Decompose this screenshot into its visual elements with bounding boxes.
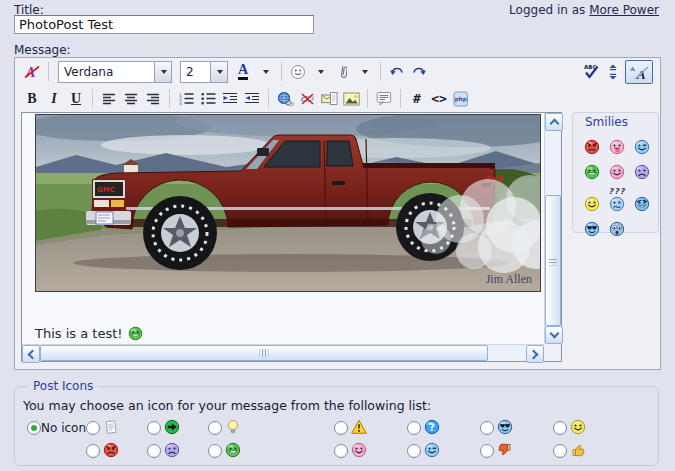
font-size-dropdown-button[interactable] xyxy=(210,62,227,82)
post-icon-radio-arrow[interactable] xyxy=(147,421,161,435)
font-name-select[interactable]: Verdana xyxy=(58,61,172,83)
post-icon-radio-biggrin[interactable] xyxy=(208,444,222,458)
scroll-right-button[interactable] xyxy=(526,345,544,363)
post-icon-radio-frown[interactable] xyxy=(147,444,161,458)
confused-marks: ??? xyxy=(609,188,626,196)
ordered-list-button[interactable]: 123 xyxy=(176,88,196,110)
indent-button[interactable] xyxy=(242,88,262,110)
undo-icon xyxy=(389,65,405,78)
post-icon-radio-question[interactable] xyxy=(407,421,421,435)
smiley-eek[interactable] xyxy=(605,212,629,237)
font-color-button[interactable]: A xyxy=(233,61,253,83)
post-icon-frown xyxy=(164,442,180,458)
no-icon-label[interactable]: No icon xyxy=(41,421,86,435)
smilies-panel: Smilies ??? xyxy=(572,112,659,233)
bold-button[interactable]: B xyxy=(22,88,42,110)
vertical-scroll-track[interactable] xyxy=(545,131,561,326)
post-icon-mad xyxy=(103,442,119,458)
align-right-button[interactable] xyxy=(143,88,163,110)
redo-button[interactable] xyxy=(409,61,429,83)
chevron-down-icon xyxy=(161,70,167,74)
post-icon-radio-warning[interactable] xyxy=(334,421,348,435)
chevron-down-icon xyxy=(362,70,368,74)
logged-in-user-link[interactable]: More Power xyxy=(589,3,659,17)
post-icon-arrow xyxy=(164,419,180,435)
spellcheck-icon: ABC xyxy=(581,63,601,80)
undo-button[interactable] xyxy=(387,61,407,83)
align-center-button[interactable] xyxy=(121,88,141,110)
smiley-dropdown-button[interactable] xyxy=(310,61,330,83)
smiley-smile[interactable] xyxy=(580,180,604,212)
post-icon-radio-smile[interactable] xyxy=(553,421,567,435)
post-icon-radio-thumbs-up[interactable] xyxy=(553,444,567,458)
unordered-list-button[interactable] xyxy=(198,88,218,110)
underline-button[interactable]: U xyxy=(66,88,86,110)
message-editor-content[interactable]: 4x4 GMC xyxy=(22,113,544,344)
post-icon-radio-mad[interactable] xyxy=(86,444,100,458)
font-size-select[interactable]: 2 xyxy=(180,61,228,83)
align-left-button[interactable] xyxy=(99,88,119,110)
smiley-biggrin[interactable] xyxy=(580,155,604,180)
smiley-confused[interactable]: ??? xyxy=(605,180,629,212)
font-size-value: 2 xyxy=(181,65,210,79)
vertical-scroll-thumb[interactable] xyxy=(545,195,561,326)
title-input[interactable] xyxy=(14,15,314,34)
post-icon-radio-blush[interactable] xyxy=(334,444,348,458)
smiley-razz[interactable] xyxy=(605,130,629,155)
svg-text:?: ? xyxy=(429,422,435,433)
post-icon-thumbs-up xyxy=(570,442,586,458)
resize-arrows-icon xyxy=(608,64,618,80)
smiley-wink[interactable] xyxy=(630,130,654,155)
attach-dropdown-button[interactable] xyxy=(354,61,374,83)
vertical-scrollbar[interactable] xyxy=(544,113,561,344)
chevron-down-icon xyxy=(217,70,223,74)
svg-text:php: php xyxy=(455,96,467,103)
blush-smiley-icon xyxy=(609,164,625,180)
font-name-dropdown-button[interactable] xyxy=(154,62,171,82)
attach-button[interactable] xyxy=(332,61,352,83)
code-button[interactable]: <> xyxy=(429,88,449,110)
post-icon-radio-wink[interactable] xyxy=(407,444,421,458)
post-icon-radio-thumbs-down[interactable] xyxy=(480,444,494,458)
insert-image-button[interactable] xyxy=(341,88,361,110)
post-icons-instruction: You may choose an icon for your message … xyxy=(23,398,431,413)
insert-link-button[interactable] xyxy=(275,88,295,110)
smiley-blush[interactable] xyxy=(605,155,629,180)
smiley-cool[interactable] xyxy=(580,212,604,237)
horizontal-scroll-track[interactable] xyxy=(40,345,526,361)
font-color-menu-button[interactable] xyxy=(255,61,275,83)
post-icon-radio-note[interactable] xyxy=(86,421,100,435)
post-icon-radio-cool[interactable] xyxy=(480,421,494,435)
smiley-twisted[interactable] xyxy=(630,180,654,212)
chevron-up-icon xyxy=(549,119,559,129)
spellcheck-button[interactable]: ABC xyxy=(581,61,601,83)
toolbar-separator xyxy=(281,62,282,81)
paperclip-icon xyxy=(337,64,347,80)
scroll-down-button[interactable] xyxy=(545,326,563,344)
smiley-menu-button[interactable] xyxy=(288,61,308,83)
scroll-up-button[interactable] xyxy=(545,113,563,131)
post-icon-radio-none[interactable] xyxy=(27,421,41,435)
bold-icon: B xyxy=(27,91,36,107)
post-icon-radio-lightbulb[interactable] xyxy=(208,421,222,435)
php-button[interactable]: php xyxy=(451,88,471,110)
editor-mode-toggle-button[interactable]: A A xyxy=(625,60,653,84)
smiley-mad[interactable] xyxy=(580,130,604,155)
remove-link-button[interactable] xyxy=(297,88,317,110)
horizontal-scrollbar[interactable] xyxy=(22,344,544,361)
outdent-button[interactable] xyxy=(220,88,240,110)
remove-format-button[interactable]: A xyxy=(22,61,42,83)
horizontal-scroll-thumb[interactable] xyxy=(40,345,488,361)
chevron-down-icon xyxy=(318,70,324,74)
hash-button[interactable]: # xyxy=(407,88,427,110)
editor-text-line: This is a test! xyxy=(35,326,143,341)
toolbar-separator xyxy=(92,89,93,108)
indent-icon xyxy=(244,92,260,105)
quote-button[interactable] xyxy=(374,88,394,110)
scroll-left-button[interactable] xyxy=(22,345,40,363)
insert-email-button[interactable] xyxy=(319,88,339,110)
align-center-icon xyxy=(124,93,138,105)
editor-resize-button[interactable] xyxy=(603,61,623,83)
italic-button[interactable]: I xyxy=(44,88,64,110)
smiley-frown[interactable] xyxy=(630,155,654,180)
